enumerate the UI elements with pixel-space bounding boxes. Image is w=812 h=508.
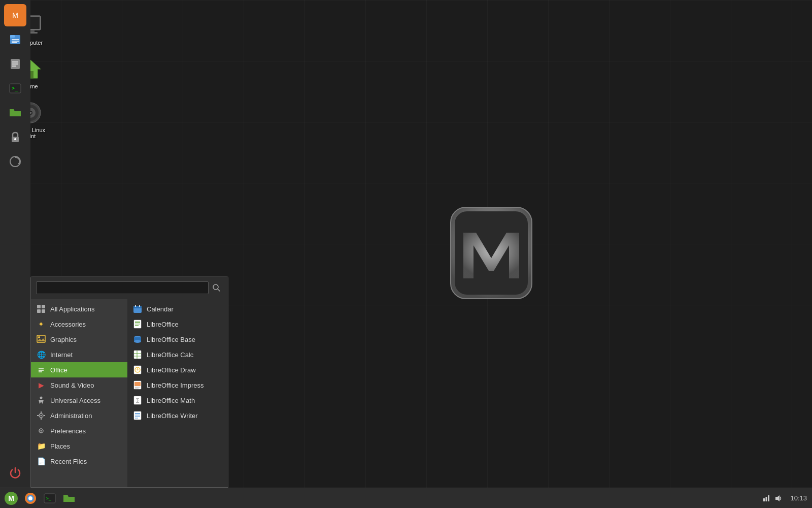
mint-logo: [435, 197, 547, 311]
svg-point-37: [38, 336, 40, 338]
category-places[interactable]: 📁 Places: [31, 438, 127, 454]
svg-point-62: [134, 340, 141, 343]
app-libreoffice-writer[interactable]: LibreOffice Writer: [127, 408, 228, 423]
category-office[interactable]: Office: [31, 362, 127, 377]
sidebar-lock[interactable]: [4, 126, 26, 148]
app-calendar[interactable]: Calendar: [127, 301, 228, 316]
svg-rect-89: [766, 497, 767, 501]
network-icon: [762, 494, 770, 502]
svg-point-45: [41, 415, 42, 417]
categories-panel: All Applications ✦ Accessories Graphics: [31, 299, 127, 487]
svg-text:>_: >_: [46, 496, 51, 501]
taskbar-items: M >_: [0, 489, 762, 507]
svg-rect-53: [133, 306, 142, 308]
sidebar-folder[interactable]: [4, 102, 26, 124]
app-libreoffice-impress[interactable]: LibreOffice Impress: [127, 377, 228, 393]
svg-rect-33: [42, 305, 45, 308]
category-preferences[interactable]: Preferences: [31, 423, 127, 438]
taskbar-right: 10:13: [762, 494, 812, 502]
category-recent-files[interactable]: 📄 Recent Files: [31, 454, 127, 469]
svg-rect-71: [134, 382, 141, 386]
sidebar-terminal[interactable]: >_: [4, 77, 26, 100]
svg-rect-63: [134, 351, 141, 359]
svg-text:∑: ∑: [136, 397, 139, 403]
svg-rect-59: [135, 325, 139, 326]
svg-point-43: [40, 397, 43, 399]
category-sound-video[interactable]: ▶ Sound & Video: [31, 377, 127, 393]
app-libreoffice-base[interactable]: LibreOffice Base: [127, 332, 228, 347]
svg-rect-35: [42, 309, 45, 313]
category-administration[interactable]: Administration: [31, 408, 127, 423]
svg-text:M: M: [8, 494, 14, 502]
app-libreoffice-math[interactable]: ∑ LibreOffice Math: [127, 393, 228, 408]
sidebar-notes[interactable]: [4, 53, 26, 75]
svg-rect-39: [38, 366, 45, 373]
sidebar-update[interactable]: [4, 150, 26, 173]
app-menu: All Applications ✦ Accessories Graphics: [30, 276, 228, 488]
svg-text:>_: >_: [12, 85, 18, 91]
desktop: Computer Home Install Lin: [0, 0, 812, 508]
svg-rect-90: [768, 495, 769, 501]
clock: 10:13: [787, 494, 807, 502]
taskbar-terminal[interactable]: >_: [41, 489, 59, 507]
taskbar-folder[interactable]: [60, 489, 78, 507]
category-internet[interactable]: 🌐 Internet: [31, 347, 127, 362]
app-libreoffice[interactable]: LibreOffice: [127, 316, 228, 332]
sidebar: M >_: [0, 0, 30, 488]
svg-point-27: [14, 138, 16, 140]
svg-point-28: [10, 156, 20, 167]
svg-rect-34: [37, 309, 41, 313]
search-input[interactable]: [36, 281, 209, 294]
svg-rect-57: [135, 322, 140, 323]
svg-rect-88: [763, 498, 765, 501]
svg-rect-32: [37, 305, 41, 308]
svg-rect-58: [135, 324, 140, 325]
category-all[interactable]: All Applications: [31, 301, 127, 316]
svg-line-31: [218, 289, 220, 291]
taskbar-firefox[interactable]: [21, 489, 40, 507]
category-graphics[interactable]: Graphics: [31, 332, 127, 347]
svg-rect-16: [10, 35, 15, 38]
sidebar-mintmenu[interactable]: M: [4, 4, 26, 26]
sidebar-files[interactable]: [4, 28, 26, 51]
app-libreoffice-calc[interactable]: LibreOffice Calc: [127, 347, 228, 362]
category-universal-access[interactable]: Universal Access: [31, 393, 127, 408]
svg-point-85: [28, 496, 32, 500]
app-libreoffice-draw[interactable]: LibreOffice Draw: [127, 362, 228, 377]
svg-marker-91: [775, 495, 780, 501]
sidebar-power[interactable]: [4, 461, 26, 484]
search-button[interactable]: [211, 282, 223, 294]
svg-marker-38: [37, 338, 45, 341]
svg-rect-76: [134, 411, 141, 420]
sound-icon: [774, 494, 783, 502]
category-accessories[interactable]: ✦ Accessories: [31, 316, 127, 332]
apps-panel: Calendar LibreOffice: [127, 299, 228, 487]
menu-content: All Applications ✦ Accessories Graphics: [31, 299, 228, 487]
taskbar-mint[interactable]: M: [2, 489, 20, 507]
svg-text:M: M: [12, 11, 18, 19]
taskbar: M >_: [0, 488, 812, 508]
search-bar: [31, 276, 228, 299]
svg-point-51: [41, 430, 42, 432]
